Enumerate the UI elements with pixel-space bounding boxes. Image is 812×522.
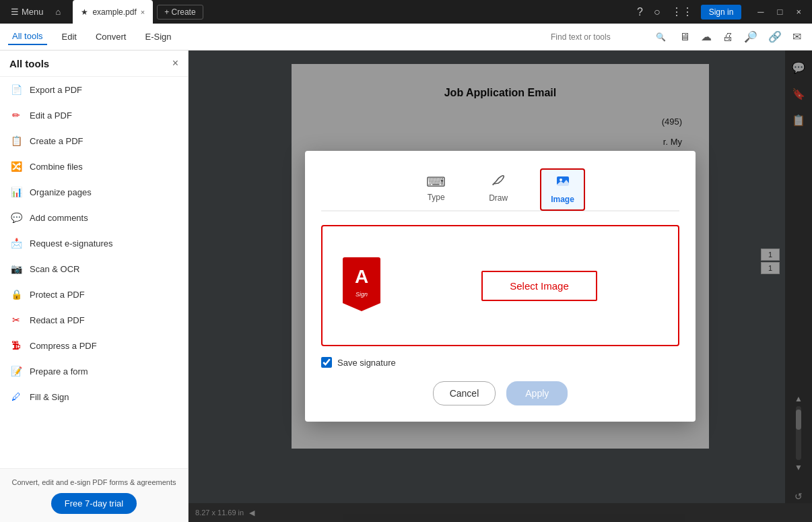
sidebar-item-label: Export a PDF <box>30 85 82 95</box>
combine-icon: 🔀 <box>9 160 23 173</box>
profile-icon[interactable]: ○ <box>651 3 663 21</box>
mail-icon[interactable]: ✉ <box>790 28 804 46</box>
comments-icon: 💬 <box>9 211 23 224</box>
sidebar-item-label: Edit a PDF <box>30 110 72 121</box>
menu-label: Menu <box>22 7 44 17</box>
tab-image[interactable]: Image <box>540 168 585 211</box>
hamburger-icon: ☰ <box>11 7 19 17</box>
sidebar-header: All tools × <box>0 51 188 77</box>
type-tab-icon: ⌨ <box>426 174 446 190</box>
tab-example-pdf[interactable]: ★ example.pdf × <box>73 0 153 24</box>
cancel-button[interactable]: Cancel <box>433 381 496 405</box>
sidebar-item-edit[interactable]: ✏ Edit a PDF <box>0 102 188 128</box>
sidebar-item-scan[interactable]: 📷 Scan & OCR <box>0 256 188 282</box>
maximize-button[interactable]: □ <box>772 5 788 19</box>
print-icon[interactable]: 🖨 <box>720 28 736 46</box>
sidebar-item-fill-sign[interactable]: 🖊 Fill & Sign <box>0 384 188 410</box>
home-icon: ⌂ <box>56 7 61 17</box>
sidebar-item-label: Compress a PDF <box>30 341 97 351</box>
free-trial-button[interactable]: Free 7-day trial <box>51 493 137 514</box>
organize-icon: 📊 <box>9 185 23 199</box>
svg-text:A: A <box>355 266 368 287</box>
sidebar-item-label: Scan & OCR <box>30 264 79 274</box>
sidebar-item-compress[interactable]: 🗜 Compress a PDF <box>0 333 188 358</box>
fill-sign-icon: 🖊 <box>9 390 23 403</box>
sidebar-item-prepare[interactable]: 📝 Prepare a form <box>0 358 188 384</box>
sidebar-item-create[interactable]: 📋 Create a PDF <box>0 128 188 154</box>
help-icon[interactable]: ? <box>634 3 646 21</box>
sidebar-footer: Convert, edit and e-sign PDF forms & agr… <box>0 468 188 523</box>
scan-icon: 📷 <box>9 262 23 275</box>
tab-filename: example.pdf <box>92 7 136 17</box>
apps-grid-icon[interactable]: ⋮⋮ <box>669 3 696 21</box>
compress-icon: 🗜 <box>9 339 23 352</box>
sidebar-item-combine[interactable]: 🔀 Combine files <box>0 154 188 179</box>
toolbar-convert[interactable]: Convert <box>92 29 131 44</box>
sidebar-close-button[interactable]: × <box>172 57 178 69</box>
save-signature-checkbox[interactable] <box>321 357 332 368</box>
close-button[interactable]: × <box>790 5 807 19</box>
sidebar: All tools × 📄 Export a PDF ✏ Edit a PDF … <box>0 51 189 522</box>
menu-button[interactable]: ☰ Menu <box>5 4 49 20</box>
screen-icon[interactable]: 🖥 <box>677 28 693 46</box>
sidebar-item-label: Organize pages <box>30 187 92 197</box>
find-input[interactable] <box>551 32 652 42</box>
tab-draw[interactable]: Draw <box>478 167 518 211</box>
modal-buttons: Cancel Apply <box>321 381 679 405</box>
sidebar-item-redact[interactable]: ✂ Redact a PDF <box>0 307 188 333</box>
zoom-icon[interactable]: 🔎 <box>741 28 760 46</box>
minimize-button[interactable]: ─ <box>752 5 769 19</box>
find-tools: 🔍 <box>551 32 666 42</box>
sidebar-item-label: Request e-signatures <box>30 238 113 249</box>
home-button[interactable]: ⌂ <box>52 4 65 20</box>
sidebar-item-label: Combine files <box>30 162 83 172</box>
type-tab-label: Type <box>428 193 445 202</box>
sidebar-item-protect[interactable]: 🔒 Protect a PDF <box>0 282 188 307</box>
sidebar-item-request-esign[interactable]: 📩 Request e-signatures <box>0 230 188 256</box>
content-area: Job Application Email (495) r. My y. hav… <box>189 51 812 522</box>
image-tab-label: Image <box>551 195 574 204</box>
toolbar-all-tools[interactable]: All tools <box>8 28 47 45</box>
image-drop-area[interactable]: A Sign Select Image <box>321 225 679 346</box>
toolbar-esign[interactable]: E-Sign <box>141 29 175 44</box>
titlebar: ☰ Menu ⌂ ★ example.pdf × + Create ? ○ ⋮⋮… <box>0 0 812 24</box>
toolbar-edit[interactable]: Edit <box>58 29 81 44</box>
window-controls: ─ □ × <box>752 5 807 19</box>
adobe-sign-logo: A Sign <box>343 257 380 314</box>
sidebar-item-label: Protect a PDF <box>30 290 85 300</box>
sidebar-item-label: Create a PDF <box>30 136 83 146</box>
tab-type[interactable]: ⌨ Type <box>415 168 456 211</box>
link-icon[interactable]: 🔗 <box>766 28 784 46</box>
new-tab-button[interactable]: + Create <box>157 5 203 20</box>
modal-tabs: ⌨ Type Draw <box>321 167 679 211</box>
titlebar-right: ? ○ ⋮⋮ Sign in <box>634 3 741 21</box>
sidebar-item-organize[interactable]: 📊 Organize pages <box>0 179 188 205</box>
apply-button[interactable]: Apply <box>506 381 568 405</box>
cloud-icon[interactable]: ☁ <box>698 28 714 46</box>
svg-point-1 <box>560 178 562 181</box>
signin-button[interactable]: Sign in <box>701 5 742 20</box>
draw-tab-icon <box>491 172 506 191</box>
tab-star-icon: ★ <box>81 7 88 17</box>
create-pdf-icon: 📋 <box>9 134 23 148</box>
image-tab-icon <box>555 174 570 192</box>
toolbar-right-icons: 🖥 ☁ 🖨 🔎 🔗 ✉ <box>677 28 804 46</box>
request-esign-icon: 📩 <box>9 236 23 250</box>
search-icon[interactable]: 🔍 <box>656 32 666 42</box>
export-pdf-icon: 📄 <box>9 83 23 96</box>
sidebar-item-label: Fill & Sign <box>30 392 69 402</box>
main-layout: All tools × 📄 Export a PDF ✏ Edit a PDF … <box>0 51 812 522</box>
edit-pdf-icon: ✏ <box>9 108 23 122</box>
redact-icon: ✂ <box>9 313 23 327</box>
sidebar-item-export[interactable]: 📄 Export a PDF <box>0 77 188 102</box>
save-signature-row: Save signature <box>321 357 679 368</box>
select-image-button[interactable]: Select Image <box>481 271 597 301</box>
signature-modal: ⌨ Type Draw <box>305 151 696 422</box>
sidebar-item-label: Add comments <box>30 213 88 223</box>
sidebar-footer-text: Convert, edit and e-sign PDF forms & agr… <box>9 477 178 488</box>
draw-tab-label: Draw <box>489 193 508 203</box>
tab-close-button[interactable]: × <box>141 8 145 16</box>
modal-overlay: ⌨ Type Draw <box>189 51 812 522</box>
sidebar-title: All tools <box>9 58 49 69</box>
sidebar-item-comments[interactable]: 💬 Add comments <box>0 205 188 230</box>
